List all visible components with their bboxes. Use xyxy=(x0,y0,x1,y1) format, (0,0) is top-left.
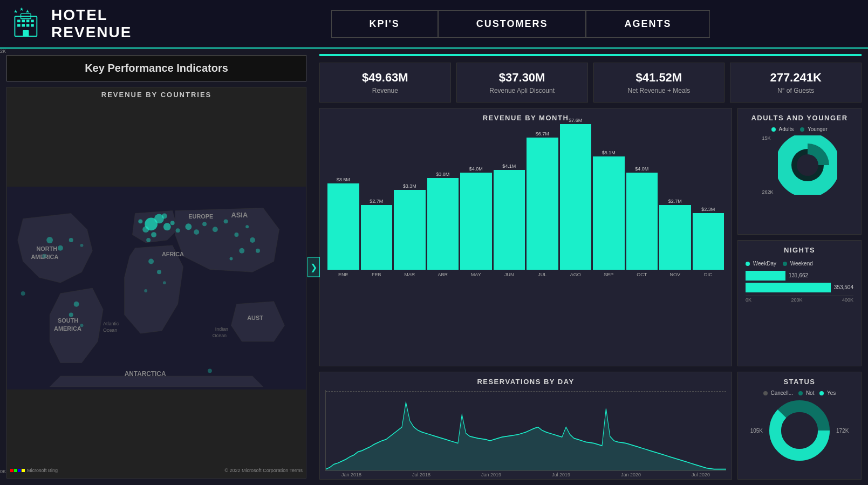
nights-axis-400k: 400K xyxy=(842,297,853,303)
x-label-jul2019: Jul 2019 xyxy=(552,472,570,477)
logo-area: ★ ★ ★ HOTEL REVENUE xyxy=(11,5,183,43)
svg-text:AMERICA: AMERICA xyxy=(31,254,59,260)
weekday-bar-row: 131,662 xyxy=(746,271,853,281)
donut-container: Cancell... Not Yes 105K xyxy=(743,390,856,463)
svg-point-29 xyxy=(224,219,228,223)
nights-bars: 131,662 353,504 xyxy=(746,271,853,292)
yes-dot xyxy=(819,391,824,395)
bar-bottom-label: MAY xyxy=(471,272,481,277)
not-dot xyxy=(798,391,803,395)
tab-agents[interactable]: AGENTS xyxy=(586,10,709,38)
world-map-svg: NORTH AMERICA SOUTH AMERICA AFRICA EUROP… xyxy=(7,101,306,475)
svg-point-65 xyxy=(797,154,818,176)
kpi-cards-row: $49.63M Revenue $37.30M Revenue Apli Dis… xyxy=(319,63,862,103)
bar-top-label: $7.6M xyxy=(569,118,582,123)
svg-point-25 xyxy=(185,223,192,230)
svg-point-47 xyxy=(80,244,84,247)
bar-rect xyxy=(361,205,393,270)
kpi-card-revenue: $49.63M Revenue xyxy=(319,63,451,103)
svg-point-22 xyxy=(170,221,175,225)
bar-col-abr: $3.8MABR xyxy=(427,172,459,277)
bar-rect xyxy=(394,190,426,270)
bar-top-label: $5.1M xyxy=(602,150,616,155)
status-title: STATUS xyxy=(743,378,856,386)
bar-bottom-label: NOV xyxy=(669,272,680,277)
bar-bottom-label: SEP xyxy=(604,272,613,277)
bar-col-mar: $3.3MMAR xyxy=(394,183,426,277)
charts-row: REVENUE BY MONTH $3.5MENE$2.7MFEB$3.3MMA… xyxy=(319,108,862,366)
tab-kpis[interactable]: KPI'S xyxy=(331,10,438,38)
svg-text:AMERICA: AMERICA xyxy=(54,325,81,332)
kpi-card-net-revenue: $41.52M Net Revenue + Meals xyxy=(593,63,725,103)
bar-top-label: $2.7M xyxy=(668,199,682,204)
bar-col-feb: $2.7MFEB xyxy=(361,199,393,277)
weekday-dot xyxy=(746,262,750,266)
bar-chart: $3.5MENE$2.7MFEB$3.3MMAR$3.8MABR$4.0MMAY… xyxy=(325,126,726,277)
nights-title: NIGHTS xyxy=(743,246,856,254)
bar-top-label: $3.5M xyxy=(337,177,350,182)
kpi-guests-value: 277.241K xyxy=(737,71,855,85)
tab-customers[interactable]: CUSTOMERS xyxy=(438,10,586,38)
bar-bottom-label: AGO xyxy=(570,272,581,277)
nights-axis-0: 0K xyxy=(746,297,751,303)
pie-y-labels: 15K 262K xyxy=(762,135,773,195)
svg-point-69 xyxy=(781,412,818,449)
reservations-svg xyxy=(326,390,726,470)
nights-legend: WeekDay Weekend xyxy=(746,261,853,267)
kpi-revenue-label: Revenue xyxy=(326,87,444,94)
svg-point-31 xyxy=(245,225,249,228)
kpi-apli-value: $37.30M xyxy=(463,71,581,85)
bar-col-jul: $6.7MJUL xyxy=(527,131,558,277)
kpi-card-apli-discount: $37.30M Revenue Apli Discount xyxy=(456,63,588,103)
svg-text:SOUTH: SOUTH xyxy=(58,317,78,324)
bar-rect xyxy=(560,124,592,270)
svg-point-36 xyxy=(74,302,79,307)
bar-col-nov: $2.7MNOV xyxy=(659,199,691,277)
weekend-bar-row: 353,504 xyxy=(746,283,853,292)
svg-point-26 xyxy=(194,229,199,235)
x-label-jan2019: Jan 2019 xyxy=(481,472,501,477)
bar-rect xyxy=(626,173,658,270)
svg-point-27 xyxy=(202,222,207,226)
svg-point-46 xyxy=(69,238,73,242)
svg-text:Ocean: Ocean xyxy=(213,333,227,338)
not-legend-item: Not xyxy=(798,390,814,396)
svg-point-23 xyxy=(146,238,151,242)
younger-dot xyxy=(800,127,804,132)
x-label-jul2018: Jul 2018 xyxy=(412,472,430,477)
svg-point-44 xyxy=(58,245,63,251)
right-mini-charts: ADULTS AND YOUNGER Adults Younger xyxy=(737,108,862,366)
bar-col-sep: $5.1MSEP xyxy=(593,150,625,277)
bar-col-oct: $4.0MOCT xyxy=(626,166,658,277)
bar-top-label: $3.8M xyxy=(436,172,449,177)
bar-bottom-label: JUL xyxy=(538,272,546,277)
bing-logo-icon xyxy=(10,469,25,472)
svg-text:AFRICA: AFRICA xyxy=(162,251,184,257)
svg-point-35 xyxy=(230,257,233,261)
main-content: ❯ Key Performance Indicators REVENUE BY … xyxy=(0,49,868,485)
kpi-revenue-value: $49.63M xyxy=(326,71,444,85)
bar-col-dic: $2.3MDIC xyxy=(693,207,725,277)
weekend-dot xyxy=(783,262,787,266)
bar-bottom-label: MAR xyxy=(404,272,415,277)
bar-rect xyxy=(494,170,525,270)
side-arrow-button[interactable]: ❯ xyxy=(307,257,320,277)
svg-point-43 xyxy=(46,237,53,243)
bar-top-label: $6.7M xyxy=(536,131,549,136)
svg-point-40 xyxy=(157,270,161,274)
y-label-2k: 2K xyxy=(0,49,6,54)
svg-point-20 xyxy=(162,214,167,219)
reservations-y-labels: 2K 0K xyxy=(0,49,8,474)
svg-rect-12 xyxy=(31,24,34,27)
pie-bottom-label: 262K xyxy=(762,189,773,195)
weekend-value: 353,504 xyxy=(834,284,853,290)
svg-point-42 xyxy=(144,289,147,292)
bar-rect xyxy=(693,213,725,270)
pie-top-label: 15K xyxy=(762,135,773,141)
map-copyright: © 2022 Microsoft Corporation Terms xyxy=(224,468,303,473)
x-label-jan2020: Jan 2020 xyxy=(621,472,641,477)
svg-point-48 xyxy=(21,291,25,296)
svg-point-32 xyxy=(250,237,255,243)
x-label-jan2018: Jan 2018 xyxy=(341,472,361,477)
cancelled-dot xyxy=(763,391,768,395)
